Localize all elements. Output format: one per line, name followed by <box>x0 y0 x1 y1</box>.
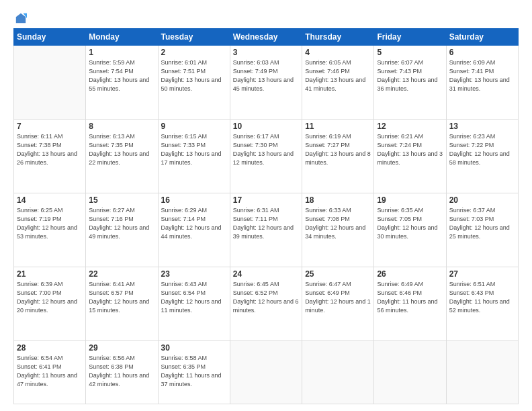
day-cell: 2Sunrise: 6:01 AMSunset: 7:51 PMDaylight… <box>158 46 230 120</box>
day-cell: 26Sunrise: 6:49 AMSunset: 6:46 PMDayligh… <box>374 267 446 341</box>
weekday-header-sunday: Sunday <box>14 29 86 46</box>
day-info: Sunrise: 6:17 AMSunset: 7:30 PMDaylight:… <box>233 132 299 167</box>
day-number: 3 <box>233 48 299 57</box>
day-number: 29 <box>89 343 154 353</box>
day-number: 28 <box>17 343 83 353</box>
day-number: 11 <box>305 122 371 131</box>
day-cell: 15Sunrise: 6:27 AMSunset: 7:16 PMDayligh… <box>86 193 158 267</box>
day-info: Sunrise: 6:43 AMSunset: 6:54 PMDaylight:… <box>161 280 227 315</box>
weekday-header-row: SundayMondayTuesdayWednesdayThursdayFrid… <box>14 29 519 46</box>
day-number: 23 <box>161 269 227 279</box>
day-cell: 21Sunrise: 6:39 AMSunset: 7:00 PMDayligh… <box>14 267 86 341</box>
day-cell: 30Sunrise: 6:58 AMSunset: 6:35 PMDayligh… <box>158 341 230 404</box>
day-cell: 23Sunrise: 6:43 AMSunset: 6:54 PMDayligh… <box>158 267 230 341</box>
day-number: 9 <box>161 122 227 131</box>
day-info: Sunrise: 6:51 AMSunset: 6:43 PMDaylight:… <box>449 280 515 315</box>
day-cell: 8Sunrise: 6:13 AMSunset: 7:35 PMDaylight… <box>86 120 158 193</box>
header <box>13 12 519 21</box>
day-number: 27 <box>449 269 515 279</box>
logo <box>13 12 27 21</box>
day-number: 1 <box>89 48 154 57</box>
day-number: 7 <box>17 122 83 131</box>
day-info: Sunrise: 6:25 AMSunset: 7:19 PMDaylight:… <box>17 206 83 241</box>
day-cell: 6Sunrise: 6:09 AMSunset: 7:41 PMDaylight… <box>446 46 518 120</box>
day-cell: 4Sunrise: 6:05 AMSunset: 7:46 PMDaylight… <box>302 46 374 120</box>
day-number: 25 <box>305 269 371 279</box>
day-cell <box>14 46 86 120</box>
day-cell: 25Sunrise: 6:47 AMSunset: 6:49 PMDayligh… <box>302 267 374 341</box>
day-info: Sunrise: 6:01 AMSunset: 7:51 PMDaylight:… <box>161 58 227 93</box>
weekday-header-saturday: Saturday <box>446 29 518 46</box>
day-number: 10 <box>233 122 299 131</box>
day-info: Sunrise: 6:05 AMSunset: 7:46 PMDaylight:… <box>305 58 371 93</box>
day-number: 17 <box>233 195 299 205</box>
day-cell: 19Sunrise: 6:35 AMSunset: 7:05 PMDayligh… <box>374 193 446 267</box>
week-row-1: 1Sunrise: 5:59 AMSunset: 7:54 PMDaylight… <box>14 46 519 120</box>
day-cell: 29Sunrise: 6:56 AMSunset: 6:38 PMDayligh… <box>86 341 158 404</box>
week-row-5: 28Sunrise: 6:54 AMSunset: 6:41 PMDayligh… <box>14 341 519 404</box>
day-number: 19 <box>377 195 443 205</box>
week-row-4: 21Sunrise: 6:39 AMSunset: 7:00 PMDayligh… <box>14 267 519 341</box>
day-info: Sunrise: 6:11 AMSunset: 7:38 PMDaylight:… <box>17 132 83 167</box>
day-info: Sunrise: 6:39 AMSunset: 7:00 PMDaylight:… <box>17 280 83 315</box>
day-number: 18 <box>305 195 371 205</box>
day-info: Sunrise: 6:35 AMSunset: 7:05 PMDaylight:… <box>377 206 443 241</box>
day-number: 22 <box>89 269 154 279</box>
day-cell <box>302 341 374 404</box>
day-cell <box>230 341 302 404</box>
day-info: Sunrise: 6:47 AMSunset: 6:49 PMDaylight:… <box>305 280 371 315</box>
day-cell: 18Sunrise: 6:33 AMSunset: 7:08 PMDayligh… <box>302 193 374 267</box>
day-number: 4 <box>305 48 371 57</box>
day-info: Sunrise: 6:45 AMSunset: 6:52 PMDaylight:… <box>233 280 299 315</box>
day-cell: 9Sunrise: 6:15 AMSunset: 7:33 PMDaylight… <box>158 120 230 193</box>
day-info: Sunrise: 6:31 AMSunset: 7:11 PMDaylight:… <box>233 206 299 241</box>
day-cell: 20Sunrise: 6:37 AMSunset: 7:03 PMDayligh… <box>446 193 518 267</box>
day-info: Sunrise: 6:29 AMSunset: 7:14 PMDaylight:… <box>161 206 227 241</box>
day-info: Sunrise: 6:03 AMSunset: 7:49 PMDaylight:… <box>233 58 299 93</box>
day-info: Sunrise: 6:27 AMSunset: 7:16 PMDaylight:… <box>89 206 154 241</box>
page: SundayMondayTuesdayWednesdayThursdayFrid… <box>0 0 532 411</box>
day-cell: 12Sunrise: 6:21 AMSunset: 7:24 PMDayligh… <box>374 120 446 193</box>
day-number: 15 <box>89 195 154 205</box>
day-info: Sunrise: 6:21 AMSunset: 7:24 PMDaylight:… <box>377 132 443 167</box>
day-number: 2 <box>161 48 227 57</box>
day-cell: 16Sunrise: 6:29 AMSunset: 7:14 PMDayligh… <box>158 193 230 267</box>
weekday-header-thursday: Thursday <box>302 29 374 46</box>
day-info: Sunrise: 6:56 AMSunset: 6:38 PMDaylight:… <box>89 354 154 389</box>
day-number: 12 <box>377 122 443 131</box>
logo-icon <box>15 12 27 24</box>
day-info: Sunrise: 6:33 AMSunset: 7:08 PMDaylight:… <box>305 206 371 241</box>
weekday-header-wednesday: Wednesday <box>230 29 302 46</box>
day-info: Sunrise: 6:13 AMSunset: 7:35 PMDaylight:… <box>89 132 154 167</box>
day-info: Sunrise: 6:58 AMSunset: 6:35 PMDaylight:… <box>161 354 227 389</box>
day-number: 16 <box>161 195 227 205</box>
day-number: 26 <box>377 269 443 279</box>
logo-text <box>13 12 27 24</box>
day-info: Sunrise: 6:41 AMSunset: 6:57 PMDaylight:… <box>89 280 154 315</box>
day-cell: 27Sunrise: 6:51 AMSunset: 6:43 PMDayligh… <box>446 267 518 341</box>
day-number: 8 <box>89 122 154 131</box>
day-cell: 5Sunrise: 6:07 AMSunset: 7:43 PMDaylight… <box>374 46 446 120</box>
calendar: SundayMondayTuesdayWednesdayThursdayFrid… <box>13 28 519 404</box>
day-number: 13 <box>449 122 515 131</box>
day-number: 30 <box>161 343 227 353</box>
day-cell <box>446 341 518 404</box>
day-number: 5 <box>377 48 443 57</box>
weekday-header-friday: Friday <box>374 29 446 46</box>
day-info: Sunrise: 6:37 AMSunset: 7:03 PMDaylight:… <box>449 206 515 241</box>
week-row-3: 14Sunrise: 6:25 AMSunset: 7:19 PMDayligh… <box>14 193 519 267</box>
day-info: Sunrise: 6:09 AMSunset: 7:41 PMDaylight:… <box>449 58 515 93</box>
day-number: 14 <box>17 195 83 205</box>
day-info: Sunrise: 6:49 AMSunset: 6:46 PMDaylight:… <box>377 280 443 315</box>
day-cell: 11Sunrise: 6:19 AMSunset: 7:27 PMDayligh… <box>302 120 374 193</box>
day-info: Sunrise: 6:23 AMSunset: 7:22 PMDaylight:… <box>449 132 515 167</box>
day-cell: 13Sunrise: 6:23 AMSunset: 7:22 PMDayligh… <box>446 120 518 193</box>
day-info: Sunrise: 6:19 AMSunset: 7:27 PMDaylight:… <box>305 132 371 167</box>
day-cell: 10Sunrise: 6:17 AMSunset: 7:30 PMDayligh… <box>230 120 302 193</box>
weekday-header-monday: Monday <box>86 29 158 46</box>
day-number: 21 <box>17 269 83 279</box>
weekday-header-tuesday: Tuesday <box>158 29 230 46</box>
day-cell: 17Sunrise: 6:31 AMSunset: 7:11 PMDayligh… <box>230 193 302 267</box>
day-info: Sunrise: 6:07 AMSunset: 7:43 PMDaylight:… <box>377 58 443 93</box>
day-number: 20 <box>449 195 515 205</box>
